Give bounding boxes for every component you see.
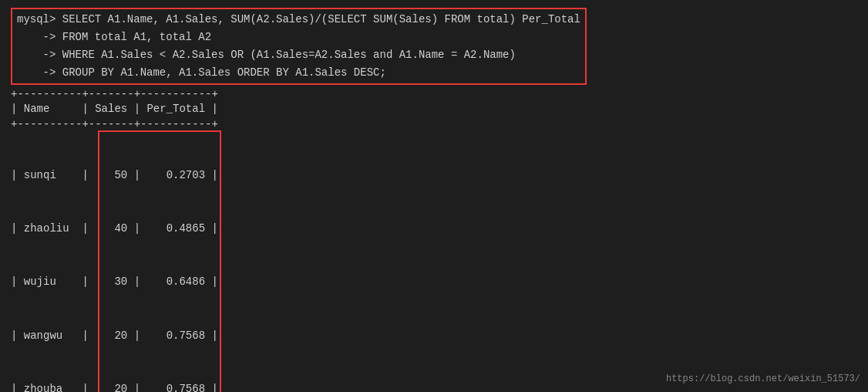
data-row-3: | wangwu | 20 | 0.7568 |: [11, 327, 218, 345]
watermark: https://blog.csdn.net/weixin_51573/: [666, 373, 860, 384]
data-row-0: | sunqi | 50 | 0.2703 |: [11, 167, 218, 184]
data-rows-full: | sunqi | 50 | 0.2703 | | zhaoliu | 40 |…: [11, 130, 218, 392]
header-row: | Name | Sales | Per_Total |: [11, 100, 857, 118]
query-line-2: -> FROM total A1, total A2: [17, 29, 580, 46]
table-wrapper: +----------+-------+-----------+ | Name …: [11, 88, 857, 392]
data-row-2: | wujiu | 30 | 0.6486 |: [11, 273, 218, 291]
query-line-3: -> WHERE A1.Sales < A2.Sales OR (A1.Sale…: [17, 46, 580, 64]
terminal: mysql> SELECT A1.Name, A1.Sales, SUM(A2.…: [0, 0, 868, 392]
data-row-4: | zhouba | 20 | 0.7568 |: [11, 380, 218, 392]
separator-mid: +----------+-------+-----------+: [11, 118, 857, 130]
query-block: mysql> SELECT A1.Name, A1.Sales, SUM(A2.…: [11, 8, 587, 85]
query-line-1: mysql> SELECT A1.Name, A1.Sales, SUM(A2.…: [17, 11, 580, 29]
data-row-1: | zhaoliu | 40 | 0.4865 |: [11, 220, 218, 238]
query-line-4: -> GROUP BY A1.Name, A1.Sales ORDER BY A…: [17, 64, 580, 82]
separator-top: +----------+-------+-----------+: [11, 88, 857, 100]
data-rows-container: | sunqi | 50 | 0.2703 | | zhaoliu | 40 |…: [11, 130, 218, 392]
